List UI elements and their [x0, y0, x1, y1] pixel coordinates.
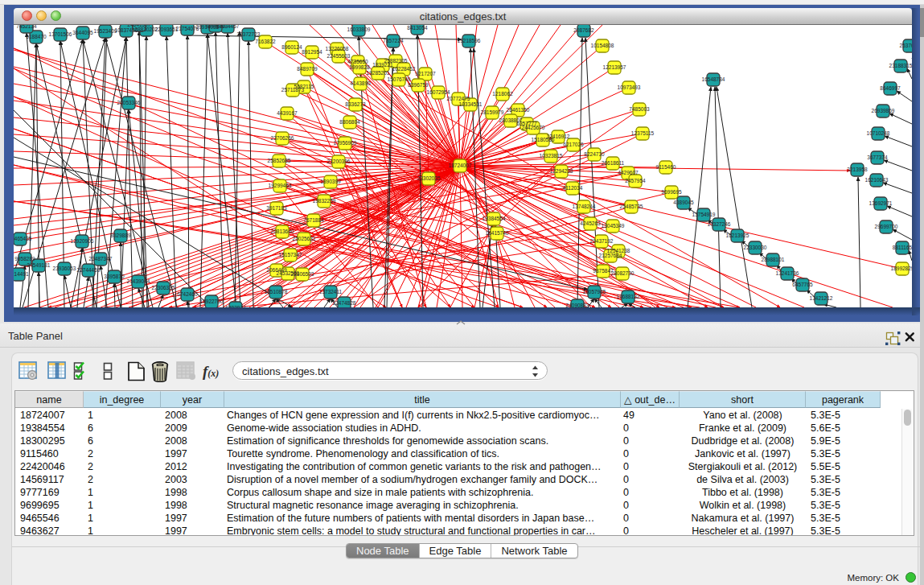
svg-text:17956909: 17956909	[334, 140, 357, 146]
svg-text:29437192: 29437192	[590, 238, 614, 244]
svg-text:19285201: 19285201	[367, 70, 390, 76]
svg-text:2087682: 2087682	[573, 27, 594, 33]
svg-text:18992829: 18992829	[891, 266, 912, 271]
svg-text:19218596: 19218596	[458, 38, 481, 43]
svg-text:18724007: 18724007	[449, 163, 472, 168]
svg-text:2457954: 2457954	[625, 178, 646, 183]
svg-text:13754919: 13754919	[692, 212, 716, 217]
svg-text:20053346: 20053346	[117, 100, 141, 105]
svg-text:25882305: 25882305	[384, 58, 408, 64]
svg-text:4439167: 4439167	[277, 110, 298, 116]
svg-text:4389045: 4389045	[673, 200, 694, 205]
svg-text:19688132: 19688132	[617, 294, 640, 299]
svg-text:12294238: 12294238	[550, 168, 573, 174]
svg-text:10710248: 10710248	[867, 130, 890, 136]
svg-text:25465435: 25465435	[14, 236, 32, 241]
svg-text:15076749: 15076749	[388, 76, 411, 82]
svg-text:8811165: 8811165	[893, 245, 912, 250]
svg-text:13045349: 13045349	[602, 223, 625, 229]
svg-text:3213958: 3213958	[847, 167, 868, 172]
svg-text:13421212: 13421212	[810, 295, 833, 301]
svg-text:16033809: 16033809	[347, 27, 371, 32]
svg-text:23936053: 23936053	[53, 266, 76, 271]
svg-text:8413054: 8413054	[407, 25, 428, 31]
svg-text:6457765: 6457765	[792, 282, 813, 287]
svg-text:8912954: 8912954	[302, 49, 322, 55]
svg-text:3395870: 3395870	[104, 274, 125, 279]
svg-text:10057945: 10057945	[583, 289, 606, 295]
svg-text:8224730: 8224730	[584, 151, 605, 157]
svg-text:13732411: 13732411	[319, 289, 343, 295]
svg-text:6742460: 6742460	[177, 291, 198, 297]
svg-text:22744459: 22744459	[77, 267, 101, 273]
svg-text:4429607: 4429607	[618, 170, 639, 175]
svg-text:7163822: 7163822	[255, 39, 276, 44]
svg-text:8646997: 8646997	[880, 85, 901, 91]
svg-text:5188470: 5188470	[26, 34, 47, 39]
svg-text:10327246: 10327246	[708, 221, 731, 227]
svg-text:3677374: 3677374	[867, 154, 888, 160]
svg-text:16548784: 16548784	[702, 76, 725, 82]
svg-text:28159979: 28159979	[481, 109, 504, 115]
svg-text:21439044: 21439044	[127, 278, 150, 284]
svg-text:9217207: 9217207	[415, 71, 436, 76]
svg-text:1890399: 1890399	[320, 179, 341, 184]
svg-text:25485735: 25485735	[620, 204, 643, 209]
svg-text:7452134: 7452134	[16, 25, 37, 29]
svg-text:1218062: 1218062	[492, 91, 513, 97]
svg-text:7485003: 7485003	[629, 106, 650, 112]
svg-text:25711873: 25711873	[281, 87, 305, 93]
svg-text:7671884: 7671884	[303, 217, 324, 223]
svg-text:10323815: 10323815	[540, 153, 563, 159]
svg-text:20813640: 20813640	[271, 229, 294, 234]
svg-text:26461350: 26461350	[507, 107, 530, 113]
svg-text:13226058: 13226058	[326, 46, 349, 51]
svg-text:23302035: 23302035	[417, 175, 441, 181]
svg-text:21200396: 21200396	[327, 159, 351, 164]
svg-text:22306335: 22306335	[152, 285, 175, 290]
svg-text:12213957: 12213957	[603, 64, 626, 70]
svg-text:13692971: 13692971	[869, 200, 893, 206]
svg-text:23188315: 23188315	[889, 63, 912, 68]
svg-text:10154808: 10154808	[591, 43, 614, 48]
svg-text:4735650: 4735650	[347, 59, 368, 64]
svg-text:16510878: 16510878	[265, 289, 288, 295]
svg-text:25852685: 25852685	[268, 158, 291, 163]
svg-text:4112034: 4112034	[563, 185, 583, 191]
svg-text:12416912: 12416912	[547, 134, 570, 139]
svg-text:28082730: 28082730	[611, 270, 634, 276]
svg-text:6217026: 6217026	[563, 142, 584, 147]
svg-text:24641507: 24641507	[128, 25, 151, 27]
svg-text:12375115: 12375115	[631, 130, 655, 136]
svg-text:4245263: 4245263	[580, 220, 601, 226]
svg-text:19832259: 19832259	[313, 198, 336, 204]
svg-text:16213925: 16213925	[726, 233, 749, 238]
svg-text:8489709: 8489709	[297, 66, 318, 72]
svg-text:23706266: 23706266	[271, 135, 294, 141]
svg-text:13701506: 13701506	[49, 31, 72, 37]
svg-text:8029889: 8029889	[110, 233, 131, 238]
svg-text:15157347: 15157347	[279, 252, 302, 257]
svg-text:29699700: 29699700	[875, 224, 898, 229]
svg-text:13241736: 13241736	[776, 270, 799, 276]
svg-text:20772475: 20772475	[447, 96, 470, 101]
svg-text:7857224: 7857224	[383, 38, 404, 43]
svg-text:18922760: 18922760	[200, 299, 224, 304]
svg-text:1999828: 1999828	[349, 64, 370, 70]
svg-text:25025631: 25025631	[293, 236, 316, 241]
svg-text:22474828: 22474828	[333, 300, 356, 306]
svg-text:8960124: 8960124	[281, 44, 302, 50]
svg-text:28988101: 28988101	[762, 257, 785, 262]
svg-text:16415740: 16415740	[486, 230, 509, 236]
svg-text:9958289: 9958289	[14, 256, 35, 262]
svg-text:24425670: 24425670	[522, 125, 545, 130]
svg-text:21257684: 21257684	[599, 253, 622, 258]
svg-text:23487347: 23487347	[89, 256, 113, 262]
svg-text:8806804: 8806804	[339, 119, 360, 125]
svg-text:16210643: 16210643	[865, 177, 889, 183]
svg-text:22455603: 22455603	[327, 53, 351, 59]
svg-text:4143890: 4143890	[350, 80, 371, 86]
svg-text:12920906: 12920906	[71, 238, 94, 244]
svg-text:9214491: 9214491	[14, 271, 29, 277]
svg-text:22093651: 22093651	[155, 27, 179, 32]
